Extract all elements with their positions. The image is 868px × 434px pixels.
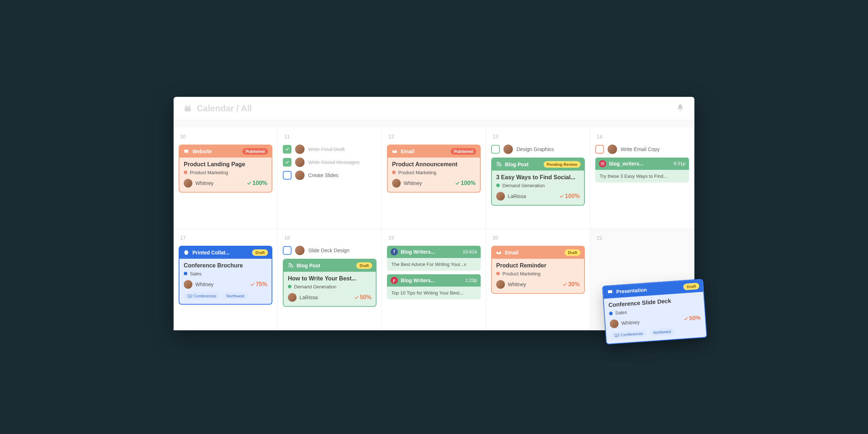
card-blog-post[interactable]: Blog Post Pending Review 3 Easy Ways to … <box>491 158 585 206</box>
tag[interactable]: Northwest <box>649 327 675 336</box>
day-number: 11 <box>283 134 376 139</box>
svg-rect-1 <box>185 106 191 108</box>
card-email[interactable]: Email Draft Product Reminder Product Mar… <box>491 246 585 294</box>
tag[interactable]: Q2 Conferences <box>610 329 647 339</box>
task-row[interactable]: Design Graphics <box>491 145 585 154</box>
category-label: Demand Generation <box>294 284 336 289</box>
envelope-icon <box>391 148 398 155</box>
card-type: Presentation <box>616 287 647 295</box>
category-label: Sales <box>190 271 202 276</box>
progress-pct: 30% <box>562 281 580 288</box>
pinterest-icon: p <box>391 277 398 284</box>
avatar <box>496 280 505 289</box>
social-snippet: Try these 3 Easy Ways to Find... <box>595 170 689 182</box>
post-time: 8:31p <box>673 161 685 166</box>
day-cell-18[interactable]: 18 Slide Deck Design Blog Post Draft How… <box>278 229 382 330</box>
svg-rect-10 <box>185 250 188 252</box>
avatar <box>496 192 505 201</box>
task-row[interactable]: Slide Deck Design <box>283 246 376 255</box>
bell-icon[interactable] <box>676 104 684 113</box>
assignee-name: Whitney <box>195 282 214 287</box>
progress-pct: 75% <box>250 281 267 288</box>
svg-point-9 <box>603 162 604 163</box>
avatar <box>295 158 305 167</box>
breadcrumb: Calendar / All <box>197 103 252 113</box>
avatar <box>609 319 619 328</box>
category-dot <box>288 285 292 288</box>
checkbox-empty[interactable] <box>283 171 292 180</box>
card-title: Product Landing Page <box>184 161 267 168</box>
day-number: 18 <box>283 235 376 241</box>
card-type: Website <box>192 149 212 154</box>
day-cell-17[interactable]: 17 Printed Collat... Draft Conference Br… <box>174 229 278 330</box>
card-title: Product Announcement <box>392 161 476 168</box>
rss-icon <box>495 161 502 168</box>
rss-icon <box>287 262 294 269</box>
post-time: 1:20p <box>465 278 477 283</box>
day-number: 17 <box>179 235 272 241</box>
day-cell-20[interactable]: 20 Email Draft Product Reminder Product … <box>486 229 590 330</box>
category-dot <box>184 272 187 275</box>
svg-rect-5 <box>184 152 188 152</box>
card-website[interactable]: Website Published Product Landing Page P… <box>179 145 272 193</box>
svg-rect-12 <box>185 253 188 255</box>
task-label: Create Slides <box>308 172 339 178</box>
social-card-instagram[interactable]: blog_writers... 8:31p Try these 3 Easy W… <box>595 158 689 182</box>
card-title: Product Reminder <box>496 262 580 269</box>
task-row[interactable]: Write Social Messages <box>283 158 376 167</box>
card-type: Email <box>505 250 518 255</box>
task-label: Write Final Draft <box>308 146 345 152</box>
floating-card-presentation[interactable]: Presentation Draft Conference Slide Deck… <box>602 279 707 344</box>
facebook-icon: f <box>391 248 398 255</box>
checkbox-empty[interactable] <box>491 145 500 154</box>
task-row[interactable]: Write Email Copy <box>595 145 689 154</box>
social-handle: blog_writers... <box>609 161 643 167</box>
day-cell-19[interactable]: 19 f Blog Writers... 10:42a The Best Adv… <box>382 229 486 330</box>
svg-rect-3 <box>189 105 190 107</box>
card-blog-post[interactable]: Blog Post Draft How to Write Your Best..… <box>283 259 376 307</box>
social-card-pinterest[interactable]: p Blog Writers... 1:20p Top 10 Tips for … <box>387 274 481 299</box>
tag[interactable]: Q2 Conferences <box>184 292 220 300</box>
avatar <box>503 145 513 154</box>
assignee-name: Whitney <box>621 319 640 326</box>
card-title: How to Write Your Best... <box>288 275 371 282</box>
social-handle: Blog Writers... <box>401 278 435 283</box>
assignee-name: Whitney <box>195 180 214 186</box>
day-cell-11[interactable]: 11 Write Final Draft Write Social Messag… <box>278 128 382 229</box>
task-row[interactable]: Write Final Draft <box>283 145 376 154</box>
category-label: Product Marketing <box>398 170 437 175</box>
day-cell-12[interactable]: 12 Email Published Product Announcement … <box>382 128 486 229</box>
envelope-icon <box>495 249 502 256</box>
checkbox-empty[interactable] <box>283 246 292 255</box>
category-dot <box>609 311 613 315</box>
checkbox-empty[interactable] <box>595 145 604 154</box>
checkbox-checked[interactable] <box>283 158 292 167</box>
card-type: Blog Post <box>297 263 320 268</box>
instagram-icon <box>599 160 606 167</box>
assignee-name: Whitney <box>508 282 526 287</box>
task-row[interactable]: Create Slides <box>283 171 376 180</box>
social-card-facebook[interactable]: f Blog Writers... 10:42a The Best Advice… <box>387 246 481 271</box>
card-title: 3 Easy Ways to Find Social... <box>496 174 580 181</box>
category-label: Demand Generation <box>502 183 545 188</box>
avatar <box>295 171 305 180</box>
tag[interactable]: Northwest <box>223 292 248 300</box>
day-cell-13[interactable]: 13 Design Graphics Blog Post Pending Rev… <box>486 128 590 229</box>
day-cell-10[interactable]: 10 Website Published Product Landing Pag… <box>174 128 278 229</box>
avatar <box>288 293 297 302</box>
card-email[interactable]: Email Published Product Announcement Pro… <box>387 145 481 193</box>
card-printed-collateral[interactable]: Printed Collat... Draft Conference Broch… <box>179 246 272 305</box>
laptop-icon <box>183 148 190 155</box>
task-label: Design Graphics <box>516 146 554 152</box>
category-dot <box>496 272 500 275</box>
avatar <box>184 280 192 289</box>
day-number: 12 <box>387 134 481 139</box>
category-dot <box>392 171 396 174</box>
day-number: 13 <box>491 134 585 139</box>
avatar <box>295 246 305 255</box>
progress-pct: 50% <box>683 314 701 322</box>
day-cell-14[interactable]: 14 Write Email Copy blog_writers... 8:31… <box>590 128 694 229</box>
category-label: Product Marketing <box>190 170 228 175</box>
checkbox-checked[interactable] <box>283 145 292 154</box>
day-number: 14 <box>595 134 689 139</box>
